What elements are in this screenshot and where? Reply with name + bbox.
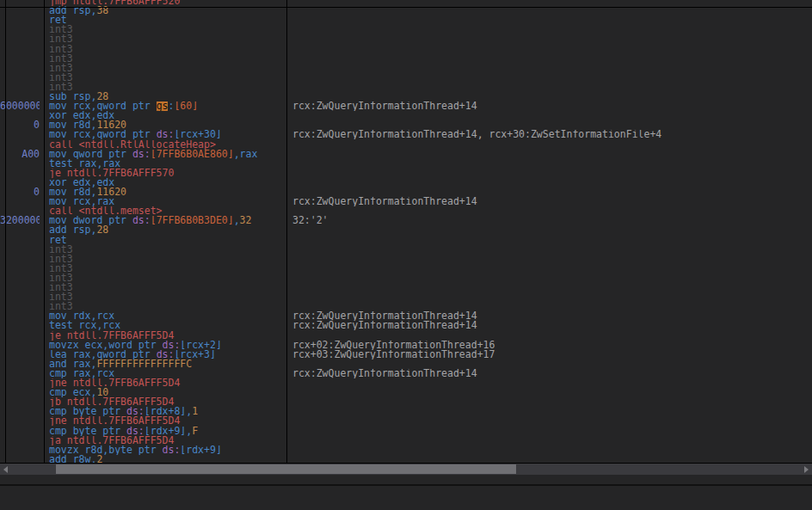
instruction-comment: rcx+02:ZwQueryInformationThread+16 [292, 341, 809, 350]
instruction-comment: rcx:ZwQueryInformationThread+14 [292, 369, 809, 378]
instruction-text: [rdx+9], [145, 427, 192, 436]
segment-register-token: ds: [126, 407, 145, 416]
instruction: int3 [49, 73, 285, 83]
instruction: jmp ntdll.7FFB6AFFF520 [49, 0, 285, 6]
instruction: test rax,rax [49, 159, 285, 169]
immediate-value-token: 11620 [96, 187, 126, 197]
instruction-text: [rcx+3] [174, 350, 215, 359]
int3-padding-token: int3 [49, 292, 73, 302]
instruction-text: ret [49, 236, 67, 245]
instruction-comment: 32:'2' [292, 216, 809, 225]
instruction: mov rcx,qword ptr gs:[60] [49, 101, 285, 111]
instruction: xor edx,edx [49, 111, 285, 120]
instruction-text: mov dword ptr [49, 216, 132, 225]
instruction-text: [rcx+2] [180, 341, 221, 350]
instruction-text: cmp ecx, [49, 388, 96, 397]
highlighted-token: gs [157, 101, 169, 111]
instruction-text: mov rcx,rax [49, 197, 114, 206]
jump-or-call-token: jne ntdll.7FFB6AFFF5D4 [49, 416, 180, 426]
instruction-text: , [234, 216, 240, 225]
instruction: int3 [49, 245, 285, 255]
immediate-value-token: 11620 [96, 120, 126, 130]
instruction-comment: rcx:ZwQueryInformationThread+14 [292, 197, 809, 206]
jump-or-call-token: jmp ntdll.7FFB6AFFF520 [49, 0, 180, 6]
instruction: jb ntdll.7FFB6AFFF5D4 [49, 397, 285, 407]
segment-register-token: ds: [163, 445, 181, 455]
instruction: int3 [49, 264, 285, 273]
int3-padding-token: int3 [49, 54, 73, 64]
disassembly-pane[interactable]: jmp ntdll.7FFB6AFFF520add rsp,38retint3i… [0, 0, 812, 463]
int3-padding-token: int3 [49, 25, 73, 34]
instruction: add rsp,28 [49, 225, 285, 235]
immediate-value-token: FFFFFFFFFFFFFFFC [96, 359, 192, 369]
jump-or-call-token: je ntdll.7FFB6AFFF5D4 [49, 331, 174, 341]
scrollbar-thumb[interactable] [56, 464, 516, 474]
jump-or-call-token: jne ntdll.7FFB6AFFF5D4 [49, 378, 180, 388]
instruction: cmp rax,rcx [49, 369, 285, 378]
int3-padding-token: int3 [49, 73, 73, 83]
instruction: je ntdll.7FFB6AFFF5D4 [49, 331, 285, 341]
immediate-value-token: 10 [96, 388, 108, 397]
instruction-text: cmp rax,rcx [49, 369, 114, 378]
column-separator-disassembly-comments[interactable] [286, 0, 287, 463]
instruction-text: cmp byte ptr [49, 407, 126, 416]
segment-register-token: ds: [163, 341, 181, 350]
instruction: int3 [49, 302, 285, 311]
memory-address-token: [7FFB6B0AE860] [151, 150, 234, 159]
instruction: add r8w,2 [49, 455, 285, 463]
disassembly-rows: jmp ntdll.7FFB6AFFF520add rsp,38retint3i… [0, 0, 812, 463]
instruction: int3 [49, 64, 285, 73]
instruction: int3 [49, 54, 285, 64]
instruction: ret [49, 236, 285, 245]
bottom-panel [0, 475, 812, 510]
disassembly-row[interactable]: add r8w,2 [0, 455, 812, 463]
int3-padding-token: int3 [49, 245, 73, 255]
int3-padding-token: int3 [49, 264, 73, 273]
instruction-text: xor edx,edx [49, 111, 114, 120]
instruction: mov dword ptr ds:[7FFB6B0B3DE0],32 [49, 216, 285, 225]
instruction: mov rcx,rax [49, 197, 285, 206]
instruction-comment: rcx:ZwQueryInformationThread+14 [292, 321, 809, 330]
jump-or-call-token: call <ntdll.RtlAllocateHeap> [49, 140, 216, 150]
instruction-text: and rax, [49, 359, 96, 369]
instruction: mov r8d,11620 [49, 120, 285, 130]
instruction: and rax,FFFFFFFFFFFFFFFC [49, 359, 285, 369]
instruction: mov rdx,rcx [49, 311, 285, 321]
scroll-left-arrow-icon[interactable] [3, 466, 8, 473]
instruction-text: [rcx+30] [174, 130, 221, 139]
instruction-text: mov rdx,rcx [49, 311, 114, 321]
column-separator-address-bytes[interactable] [5, 0, 6, 463]
horizontal-scrollbar[interactable] [0, 463, 812, 475]
instruction-text: mov rcx,qword ptr [49, 101, 157, 111]
int3-padding-token: int3 [49, 255, 73, 264]
immediate-value-token: 2 [96, 455, 102, 463]
immediate-value-token: F [192, 427, 198, 436]
instruction-text: test rax,rax [49, 159, 120, 169]
instruction-text: test rcx,rcx [49, 321, 120, 330]
instruction: ret [49, 15, 285, 25]
instruction: lea rax,qword ptr ds:[rcx+3] [49, 350, 285, 359]
instruction-text: mov r8d, [49, 120, 96, 130]
instruction-text: xor edx,edx [49, 178, 114, 187]
panel-divider [0, 484, 812, 486]
instruction: int3 [49, 283, 285, 292]
instruction: int3 [49, 273, 285, 283]
segment-register-token: ds: [157, 130, 175, 139]
instruction-comment: rcx:ZwQueryInformationThread+14, rcx+30:… [292, 130, 809, 139]
instruction-text: mov qword ptr [49, 150, 132, 159]
instruction: int3 [49, 34, 285, 44]
immediate-value-token: 28 [96, 225, 108, 235]
instruction: mov rcx,qword ptr ds:[rcx+30] [49, 130, 285, 139]
instruction-comment: rcx:ZwQueryInformationThread+14 [292, 101, 809, 111]
column-separator-bytes-disassembly[interactable] [44, 0, 45, 463]
instruction: cmp ecx,10 [49, 388, 285, 397]
instruction: int3 [49, 292, 285, 302]
immediate-value-token: 1 [192, 407, 198, 416]
instruction-text: ret [49, 15, 67, 25]
instruction: mov qword ptr ds:[7FFB6B0AE860],rax [49, 150, 285, 159]
instruction-text: sub rsp, [49, 92, 96, 101]
segment-register-token: ds: [132, 150, 151, 159]
scroll-right-arrow-icon[interactable] [804, 466, 809, 473]
jump-or-call-token: je ntdll.7FFB6AFFF570 [49, 169, 174, 178]
instruction-text: mov r8d, [49, 187, 96, 197]
